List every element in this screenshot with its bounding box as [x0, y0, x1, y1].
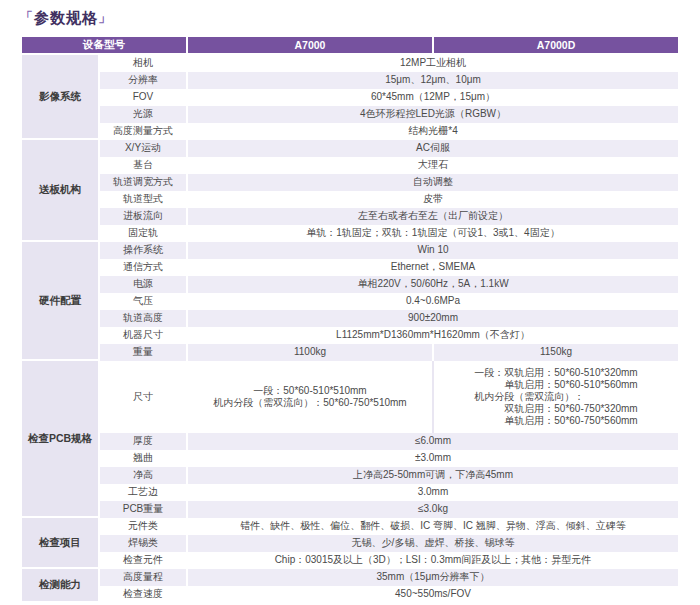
pcb-size-line: 单轨启用：50*60-750*560mm — [474, 415, 637, 427]
row-value: 3.0mm — [188, 484, 678, 501]
header-model-a7000d: A7000D — [434, 37, 678, 55]
pcb-size-line: 机内分段（需双流向）： — [474, 391, 637, 403]
table-row: 固定轨 单轨：1轨固定；双轨：1轨固定（可设1、3或1、4固定） — [22, 225, 678, 242]
weight-a7000d: 1150kg — [434, 344, 678, 361]
header-model-a7000: A7000 — [188, 37, 432, 55]
table-row: 通信方式 Ethernet，SMEMA — [22, 259, 678, 276]
header-device-model: 设备型号 — [22, 37, 186, 55]
row-label: 通信方式 — [100, 259, 186, 276]
row-label: 尺寸 — [100, 361, 186, 433]
row-value: 结构光栅*4 — [188, 123, 678, 140]
row-value: 单轨：1轨固定；双轨：1轨固定（可设1、3或1、4固定） — [188, 225, 678, 242]
row-value: 大理石 — [188, 157, 678, 174]
category-pcb-spec: 检查PCB规格 — [22, 361, 98, 518]
title-text: 参数规格 — [34, 9, 98, 26]
pcb-size-block: 一段：双轨启用：50*60-510*320mm 单轨启用：50*60-510*5… — [474, 367, 637, 427]
table-row: 轨道型式 皮带 — [22, 191, 678, 208]
table-row: 检测能力 高度量程 35mm（15μm分辨率下） — [22, 569, 678, 586]
row-label: FOV — [100, 89, 186, 106]
row-value: ≤3.0kg — [188, 501, 678, 518]
category-detection-capability: 检测能力 — [22, 569, 98, 603]
row-value: 15μm、12μm、10μm — [188, 72, 678, 89]
table-row: 厚度 ≤6.0mm — [22, 433, 678, 450]
table-row: PCB重量 ≤3.0kg — [22, 501, 678, 518]
row-label: 翘曲 — [100, 450, 186, 467]
row-value: 4色环形程控LED光源（RGBW） — [188, 106, 678, 123]
spec-page: 「参数规格」 设备型号 A7000 A7000D 影像系统 相机 12MP工业相… — [0, 0, 700, 605]
row-value: 12MP工业相机 — [188, 55, 678, 72]
row-value: 单相220V，50/60Hz，5A，1.1kW — [188, 276, 678, 293]
table-row: 焊锡类 无锡、少/多锡、虚焊、桥接、锡球等 — [22, 535, 678, 552]
row-label: 电源 — [100, 276, 186, 293]
table-row: 检查速度 450~550ms/FOV — [22, 586, 678, 603]
row-value: 900±20mm — [188, 310, 678, 327]
row-value: 错件、缺件、极性、偏位、翻件、破损、IC 弯脚、IC 翘脚、异物、浮高、倾斜、立… — [188, 518, 678, 535]
table-row: 工艺边 3.0mm — [22, 484, 678, 501]
row-label: 气压 — [100, 293, 186, 310]
table-row: 分辨率 15μm、12μm、10μm — [22, 72, 678, 89]
table-row: FOV 60*45mm（12MP，15μm） — [22, 89, 678, 106]
row-value: ≤6.0mm — [188, 433, 678, 450]
row-value: 左至右或者右至左（出厂前设定） — [188, 208, 678, 225]
row-label: X/Y运动 — [100, 140, 186, 157]
table-row: 光源 4色环形程控LED光源（RGBW） — [22, 106, 678, 123]
pcb-size-line: 机内分段（需双流向）：50*60-750*510mm — [192, 397, 428, 409]
table-row: 电源 单相220V，50/60Hz，5A，1.1kW — [22, 276, 678, 293]
row-label: 高度测量方式 — [100, 123, 186, 140]
row-label: 固定轨 — [100, 225, 186, 242]
table-row-weight: 重量 1100kg 1150kg — [22, 344, 678, 361]
row-value: 35mm（15μm分辨率下） — [188, 569, 678, 586]
row-value: 上净高25-50mm可调，下净高45mm — [188, 467, 678, 484]
row-value: 450~550ms/FOV — [188, 586, 678, 603]
row-label: 轨道型式 — [100, 191, 186, 208]
row-label: 进板流向 — [100, 208, 186, 225]
row-label: 轨道调宽方式 — [100, 174, 186, 191]
table-row: 轨道调宽方式 自动调整 — [22, 174, 678, 191]
weight-a7000: 1100kg — [188, 344, 432, 361]
title-bracket-close: 」 — [98, 10, 112, 25]
row-value: L1125mm*D1360mm*H1620mm（不含灯） — [188, 327, 678, 344]
row-value: 60*45mm（12MP，15μm） — [188, 89, 678, 106]
category-hardware-config: 硬件配置 — [22, 242, 98, 361]
row-label: 操作系统 — [100, 242, 186, 259]
table-row: 影像系统 相机 12MP工业相机 — [22, 55, 678, 72]
row-label: PCB重量 — [100, 501, 186, 518]
row-value: Chip：03015及以上（3D）；LSI：0.3mm间距及以上；其他：异型元件 — [188, 552, 678, 569]
table-header-row: 设备型号 A7000 A7000D — [22, 37, 678, 55]
row-label: 相机 — [100, 55, 186, 72]
row-label: 轨道高度 — [100, 310, 186, 327]
row-label: 元件类 — [100, 518, 186, 535]
row-label: 机器尺寸 — [100, 327, 186, 344]
row-value: 无锡、少/多锡、虚焊、桥接、锡球等 — [188, 535, 678, 552]
pcb-size-line: 双轨启用：50*60-750*320mm — [474, 403, 637, 415]
pcb-size-a7000: 一段：50*60-510*510mm 机内分段（需双流向）：50*60-750*… — [188, 361, 432, 433]
row-value: 自动调整 — [188, 174, 678, 191]
table-row: 净高 上净高25-50mm可调，下净高45mm — [22, 467, 678, 484]
row-label: 分辨率 — [100, 72, 186, 89]
row-value: 皮带 — [188, 191, 678, 208]
title-bracket-open: 「 — [20, 10, 34, 25]
row-label: 重量 — [100, 344, 186, 361]
row-label: 检查元件 — [100, 552, 186, 569]
table-row: 气压 0.4~0.6MPa — [22, 293, 678, 310]
category-inspection-items: 检查项目 — [22, 518, 98, 569]
row-label: 高度量程 — [100, 569, 186, 586]
pcb-size-line: 单轨启用：50*60-510*560mm — [474, 379, 637, 391]
table-row: 送板机构 X/Y运动 AC伺服 — [22, 140, 678, 157]
pcb-size-a7000d: 一段：双轨启用：50*60-510*320mm 单轨启用：50*60-510*5… — [434, 361, 678, 433]
pcb-size-line: 一段：双轨启用：50*60-510*320mm — [474, 367, 637, 379]
category-imaging-system: 影像系统 — [22, 55, 98, 140]
table-row: 高度测量方式 结构光栅*4 — [22, 123, 678, 140]
row-label: 基台 — [100, 157, 186, 174]
table-row-pcb-size: 检查PCB规格 尺寸 一段：50*60-510*510mm 机内分段（需双流向）… — [22, 361, 678, 433]
row-label: 检查速度 — [100, 586, 186, 603]
pcb-size-line: 一段：50*60-510*510mm — [192, 385, 428, 397]
spec-table: 设备型号 A7000 A7000D 影像系统 相机 12MP工业相机 分辨率 1… — [20, 37, 680, 603]
table-row: 机器尺寸 L1125mm*D1360mm*H1620mm（不含灯） — [22, 327, 678, 344]
table-row: 基台 大理石 — [22, 157, 678, 174]
row-value: 0.4~0.6MPa — [188, 293, 678, 310]
table-row: 检查项目 元件类 错件、缺件、极性、偏位、翻件、破损、IC 弯脚、IC 翘脚、异… — [22, 518, 678, 535]
category-board-feeding: 送板机构 — [22, 140, 98, 242]
table-row: 检查元件 Chip：03015及以上（3D）；LSI：0.3mm间距及以上；其他… — [22, 552, 678, 569]
row-value: Ethernet，SMEMA — [188, 259, 678, 276]
